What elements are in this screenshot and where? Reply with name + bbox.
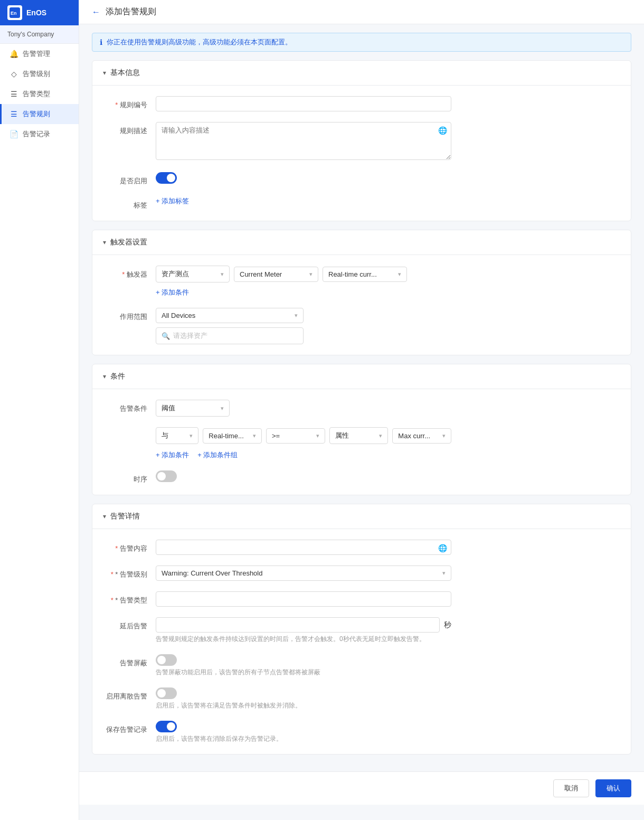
property-select[interactable]: 属性 ▾: [329, 427, 389, 444]
measure-type-select[interactable]: Real-time curr... ▾: [323, 267, 407, 282]
trigger-row: 触发器 资产测点 ▾ Current Meter ▾: [105, 266, 618, 297]
basic-info-title: 基本信息: [110, 68, 140, 78]
trigger-header[interactable]: ▾ 触发器设置: [92, 230, 631, 255]
diamond-icon: ◇: [9, 70, 18, 78]
rule-id-row: 规则编号 humi_temp_alert: [105, 96, 618, 111]
alert-type-control: Current above threshold: [156, 591, 451, 607]
timing-row: 时序: [105, 470, 618, 484]
condition-expr-label: [105, 427, 147, 431]
save-record-label: 保存告警记录: [105, 721, 147, 734]
chevron-down-icon: ▾: [442, 432, 446, 439]
alert-condition-control: 阈值 ▾: [156, 400, 451, 417]
chevron-down-icon: ▾: [316, 432, 319, 439]
chevron-down-icon: ▾: [103, 373, 106, 380]
alert-content-label: 告警内容: [105, 540, 147, 553]
enabled-row: 是否启用: [105, 172, 618, 186]
cancel-button[interactable]: 取消: [553, 779, 589, 797]
trigger-title: 触发器设置: [110, 238, 147, 247]
back-button[interactable]: ←: [92, 7, 100, 17]
chevron-down-icon: ▾: [103, 69, 106, 77]
delay-control: 60 秒 告警规则规定的触发条件持续达到设置的时间后，告警才会触发。0秒代表无延…: [156, 617, 451, 644]
sidebar-item-label: 告警级别: [23, 69, 50, 79]
chevron-down-icon: ▾: [103, 239, 106, 246]
info-banner: ℹ 你正在使用告警规则高级功能，高级功能必须在本页面配置。: [92, 33, 631, 52]
trigger-type-select[interactable]: 资产测点 ▾: [156, 266, 230, 282]
page-title: 添加告警规则: [106, 6, 156, 17]
add-tag-button[interactable]: + 添加标签: [156, 197, 189, 205]
save-record-toggle[interactable]: [156, 721, 177, 732]
device-type-select[interactable]: Current Meter ▾: [234, 267, 318, 282]
dismiss-label: 启用离散告警: [105, 687, 147, 701]
rule-desc-label: 规则描述: [105, 122, 147, 136]
sidebar-item-alert-rule[interactable]: ☰ 告警规则: [0, 104, 79, 124]
scope-row: 作用范围 All Devices ▾ 🔍 请选择资产: [105, 308, 618, 344]
sidebar-item-label: 告警类型: [23, 89, 50, 99]
basic-info-section: ▾ 基本信息 规则编号 humi_temp_alert 规则描述 🌐: [92, 60, 631, 221]
enabled-label: 是否启用: [105, 172, 147, 186]
alert-content-input[interactable]: 1分钟电流告警: [156, 540, 451, 555]
sidebar-item-alert-type[interactable]: ☰ 告警类型: [0, 84, 79, 104]
list-icon: ☰: [9, 90, 18, 98]
save-record-help: 启用后，该告警将在消除后保存为告警记录。: [156, 734, 451, 743]
trigger-body: 触发器 资产测点 ▾ Current Meter ▾: [92, 255, 631, 355]
compare-select[interactable]: >= ▾: [266, 428, 325, 444]
chevron-down-icon: ▾: [379, 432, 382, 439]
chevron-down-icon: ▾: [295, 312, 298, 319]
footer: 取消 确认: [79, 771, 644, 805]
delay-input-row: 60 秒: [156, 617, 451, 633]
dismiss-row: 启用离散告警 启用后，该告警将在满足告警条件时被触发并消除。: [105, 687, 618, 710]
scope-label: 作用范围: [105, 308, 147, 322]
sidebar-item-alert-record[interactable]: 📄 告警记录: [0, 124, 79, 144]
alert-level-control: Warning: Current Over Threshold ▾: [156, 565, 451, 581]
content-area: ℹ 你正在使用告警规则高级功能，高级功能必须在本页面配置。 ▾ 基本信息 规则编…: [79, 24, 644, 771]
alert-level-label: * 告警级别: [105, 565, 147, 579]
delay-input[interactable]: 60: [156, 617, 440, 633]
max-curr-select[interactable]: Max curr... ▾: [392, 428, 451, 444]
add-condition-button[interactable]: + 添加条件: [156, 450, 189, 460]
alert-detail-header[interactable]: ▾ 告警详情: [92, 504, 631, 529]
basic-info-body: 规则编号 humi_temp_alert 规则描述 🌐 是否启用: [92, 86, 631, 221]
asset-search[interactable]: 🔍 请选择资产: [156, 327, 304, 344]
add-trigger-condition-button[interactable]: + 添加条件: [156, 288, 189, 296]
info-banner-text: 你正在使用告警规则高级功能，高级功能必须在本页面配置。: [107, 37, 292, 47]
chevron-down-icon: ▾: [253, 432, 256, 439]
confirm-button[interactable]: 确认: [595, 779, 631, 797]
mute-toggle[interactable]: [156, 654, 177, 666]
alert-condition-select[interactable]: 阈值 ▾: [156, 400, 230, 417]
chevron-down-icon: ▾: [190, 432, 193, 439]
chevron-down-icon: ▾: [309, 271, 312, 278]
svg-text:En: En: [11, 11, 17, 16]
globe-icon: 🌐: [438, 544, 447, 552]
dismiss-help: 启用后，该告警将在满足告警条件时被触发并消除。: [156, 701, 451, 710]
sidebar-item-alert-level[interactable]: ◇ 告警级别: [0, 64, 79, 84]
rule-desc-control: 🌐: [156, 122, 451, 162]
scope-select[interactable]: All Devices ▾: [156, 308, 304, 323]
alert-detail-section: ▾ 告警详情 告警内容 1分钟电流告警 🌐 * 告警级别: [92, 504, 631, 755]
alert-type-input[interactable]: Current above threshold: [156, 591, 451, 607]
timing-toggle[interactable]: [156, 470, 177, 482]
alert-detail-title: 告警详情: [110, 512, 140, 521]
sidebar-item-label: 告警规则: [23, 109, 50, 119]
alert-level-select[interactable]: Warning: Current Over Threshold ▾: [156, 565, 451, 581]
trigger-control: 资产测点 ▾ Current Meter ▾ Real-time curr...…: [156, 266, 451, 297]
dismiss-toggle[interactable]: [156, 687, 177, 699]
alert-condition-label: 告警条件: [105, 400, 147, 413]
condition-header[interactable]: ▾ 条件: [92, 364, 631, 389]
rule-id-input[interactable]: humi_temp_alert: [156, 96, 451, 111]
alert-condition-row: 告警条件 阈值 ▾: [105, 400, 618, 417]
sidebar-header: En EnOS: [0, 0, 79, 25]
sidebar-item-label: 告警记录: [23, 129, 50, 139]
basic-info-header[interactable]: ▾ 基本信息: [92, 61, 631, 86]
mute-help: 告警屏蔽功能启用后，该告警的所有子节点告警都将被屏蔽: [156, 668, 451, 677]
rule-desc-input[interactable]: [156, 122, 451, 160]
add-condition-group-button[interactable]: + 添加条件组: [197, 450, 238, 460]
condition-expr-control: 与 ▾ Real-time... ▾ >= ▾: [156, 427, 451, 460]
timing-label: 时序: [105, 470, 147, 484]
enabled-toggle[interactable]: [156, 172, 177, 184]
operator-select[interactable]: 与 ▾: [156, 427, 198, 444]
record-icon: 📄: [9, 130, 18, 138]
save-record-control: 启用后，该告警将在消除后保存为告警记录。: [156, 721, 451, 743]
enabled-control: [156, 172, 451, 184]
realtime-select[interactable]: Real-time... ▾: [203, 428, 262, 444]
sidebar-item-alert-manage[interactable]: 🔔 告警管理: [0, 44, 79, 64]
